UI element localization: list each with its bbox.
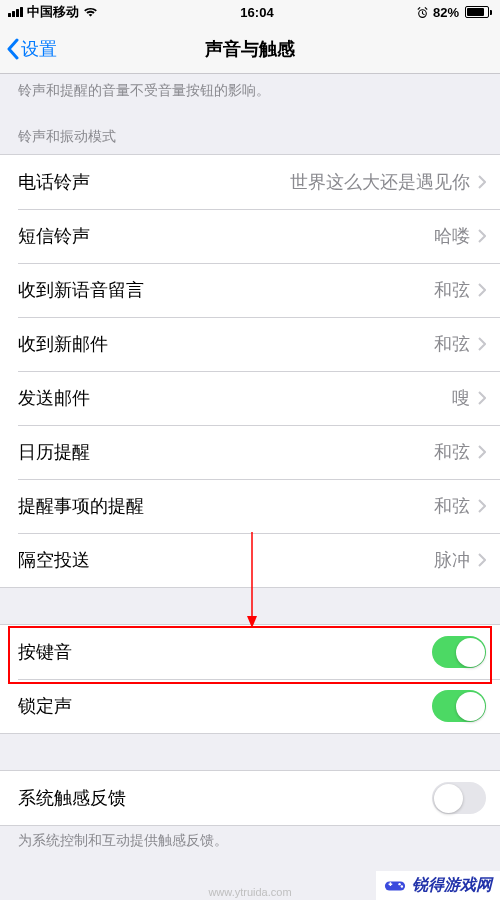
volume-note: 铃声和提醒的音量不受音量按钮的影响。 bbox=[0, 74, 500, 120]
ringtone-group: 电话铃声 世界这么大还是遇见你 短信铃声 哈喽 收到新语音留言 和弦 收到新 bbox=[0, 154, 500, 588]
chevron-right-icon bbox=[478, 445, 486, 459]
toggle-system-haptics[interactable] bbox=[432, 782, 486, 814]
status-left: 中国移动 bbox=[8, 3, 98, 21]
toggle-keyboard-clicks[interactable] bbox=[432, 636, 486, 668]
content-scroll[interactable]: 铃声和提醒的音量不受音量按钮的影响。 铃声和振动模式 电话铃声 世界这么大还是遇… bbox=[0, 74, 500, 880]
carrier-label: 中国移动 bbox=[27, 3, 79, 21]
chevron-right-icon bbox=[478, 391, 486, 405]
cell-value: 和弦 bbox=[434, 440, 470, 464]
cell-value: 脉冲 bbox=[434, 548, 470, 572]
cell-value: 和弦 bbox=[434, 278, 470, 302]
page-title: 声音与触感 bbox=[0, 37, 500, 61]
chevron-left-icon bbox=[6, 38, 19, 60]
cell-keyboard-clicks: 按键音 bbox=[0, 625, 500, 679]
watermark-brand: 锐得游戏网 bbox=[376, 871, 500, 900]
battery-percent: 82% bbox=[433, 5, 459, 20]
section-header-ring-patterns: 铃声和振动模式 bbox=[0, 120, 500, 154]
cell-label: 隔空投送 bbox=[18, 548, 90, 572]
cell-label: 日历提醒 bbox=[18, 440, 90, 464]
cell-system-haptics: 系统触感反馈 bbox=[0, 771, 500, 825]
nav-bar: 设置 声音与触感 bbox=[0, 24, 500, 74]
chevron-right-icon bbox=[478, 283, 486, 297]
cell-value: 世界这么大还是遇见你 bbox=[290, 170, 470, 194]
chevron-right-icon bbox=[478, 175, 486, 189]
cell-value: 哈喽 bbox=[434, 224, 470, 248]
cell-lock-sound: 锁定声 bbox=[0, 679, 500, 733]
status-right: 82% bbox=[416, 5, 492, 20]
sounds-toggle-group: 按键音 锁定声 bbox=[0, 624, 500, 734]
cell-texttone[interactable]: 短信铃声 哈喽 bbox=[0, 209, 500, 263]
cell-airdrop[interactable]: 隔空投送 脉冲 bbox=[0, 533, 500, 587]
alarm-icon bbox=[416, 6, 429, 19]
back-button[interactable]: 设置 bbox=[0, 37, 57, 61]
cell-calendar[interactable]: 日历提醒 和弦 bbox=[0, 425, 500, 479]
cell-voicemail[interactable]: 收到新语音留言 和弦 bbox=[0, 263, 500, 317]
signal-icon bbox=[8, 7, 23, 17]
status-time: 16:04 bbox=[240, 5, 273, 20]
svg-point-4 bbox=[398, 882, 400, 884]
watermark-brand-text: 锐得游戏网 bbox=[412, 875, 492, 896]
cell-ringtone[interactable]: 电话铃声 世界这么大还是遇见你 bbox=[0, 155, 500, 209]
cell-value: 嗖 bbox=[452, 386, 470, 410]
cell-label: 发送邮件 bbox=[18, 386, 90, 410]
chevron-right-icon bbox=[478, 229, 486, 243]
chevron-right-icon bbox=[478, 337, 486, 351]
wifi-icon bbox=[83, 6, 98, 18]
cell-newmail[interactable]: 收到新邮件 和弦 bbox=[0, 317, 500, 371]
haptics-group: 系统触感反馈 bbox=[0, 770, 500, 826]
cell-value: 和弦 bbox=[434, 494, 470, 518]
toggle-lock-sound[interactable] bbox=[432, 690, 486, 722]
cell-reminder[interactable]: 提醒事项的提醒 和弦 bbox=[0, 479, 500, 533]
cell-value: 和弦 bbox=[434, 332, 470, 356]
svg-point-5 bbox=[401, 885, 403, 887]
chevron-right-icon bbox=[478, 553, 486, 567]
cell-label: 系统触感反馈 bbox=[18, 786, 126, 810]
chevron-right-icon bbox=[478, 499, 486, 513]
cell-sentmail[interactable]: 发送邮件 嗖 bbox=[0, 371, 500, 425]
cell-label: 按键音 bbox=[18, 640, 72, 664]
cell-label: 收到新语音留言 bbox=[18, 278, 144, 302]
status-bar: 中国移动 16:04 82% bbox=[0, 0, 500, 24]
cell-label: 提醒事项的提醒 bbox=[18, 494, 144, 518]
watermark-url: www.ytruida.com bbox=[208, 886, 291, 898]
cell-label: 短信铃声 bbox=[18, 224, 90, 248]
cell-label: 收到新邮件 bbox=[18, 332, 108, 356]
battery-icon bbox=[463, 6, 492, 18]
back-label: 设置 bbox=[21, 37, 57, 61]
gamepad-icon bbox=[384, 878, 406, 894]
cell-label: 电话铃声 bbox=[18, 170, 90, 194]
cell-label: 锁定声 bbox=[18, 694, 72, 718]
